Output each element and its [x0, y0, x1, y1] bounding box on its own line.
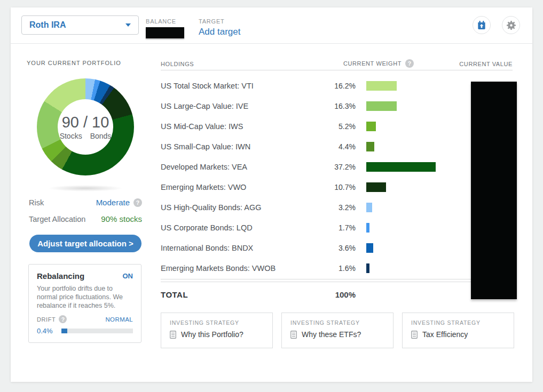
holding-weight-bar [366, 162, 436, 172]
drift-value: 0.4% [37, 327, 61, 335]
bonds-label: Bonds [90, 132, 112, 140]
holding-weight-bar [366, 101, 397, 111]
redacted-current-value-column [471, 82, 517, 299]
top-bar: Roth IRA BALANCE TARGET Add target [11, 7, 532, 44]
holding-weight: 37.2% [321, 163, 356, 171]
target-allocation-value: 90% stocks [101, 214, 142, 223]
risk-label: Risk [29, 198, 44, 207]
strategy-card-label: INVESTING STRATEGY [411, 319, 505, 326]
column-header-current-value: CURRENT VALUE [422, 61, 513, 67]
holding-weight-bar [366, 142, 374, 151]
holding-name: US Small-Cap Value: IWN [161, 142, 321, 151]
drift-status: NORMAL [105, 316, 133, 323]
account-selector[interactable]: Roth IRA [21, 15, 139, 35]
holding-weight-bar [366, 182, 386, 192]
app-background: { "header": { "account_selector": { "val… [0, 0, 543, 392]
balance-label: BALANCE [146, 18, 184, 25]
holding-weight: 16.2% [321, 82, 356, 90]
holding-weight: 4.4% [321, 142, 356, 151]
document-icon [170, 331, 176, 339]
holding-weight-bar [366, 263, 369, 273]
strategy-card[interactable]: INVESTING STRATEGYWhy this Portfolio? [161, 313, 273, 348]
holding-row: Developed Markets: VEA37.2% [161, 157, 513, 177]
holding-weight-bar [366, 81, 397, 91]
calendar-transfer-icon [476, 20, 487, 30]
column-header-holdings: HOLDINGS [161, 61, 194, 67]
holding-row: US Mid-Cap Value: IWS5.2% [161, 116, 513, 137]
holding-name: US Large-Cap Value: IVE [161, 102, 321, 110]
rebalancing-toggle[interactable]: ON [123, 272, 133, 280]
portfolio-dashboard-panel: Roth IRA BALANCE TARGET Add target [11, 7, 532, 382]
column-header-current-weight: CURRENT WEIGHT [343, 60, 402, 67]
holding-weight-bar [366, 122, 376, 131]
current-portfolio-title: YOUR CURRENT PORTFOLIO [27, 60, 121, 66]
adjust-target-allocation-button[interactable]: Adjust target allocation > [29, 235, 141, 252]
allocation-ratio: 90 / 10 [62, 114, 109, 131]
risk-help-icon[interactable]: ? [133, 198, 142, 207]
holding-weight-bar [366, 243, 373, 253]
add-target-link[interactable]: Add target [199, 27, 240, 37]
holding-weight: 3.2% [321, 203, 356, 212]
chevron-down-icon [125, 23, 131, 27]
holding-name: Developed Markets: VEA [161, 163, 321, 171]
holding-weight: 3.6% [321, 244, 356, 252]
holding-weight: 1.7% [321, 223, 356, 232]
document-icon [411, 331, 418, 339]
rebalancing-title: Rebalancing [37, 271, 84, 281]
account-selector-value: Roth IRA [29, 20, 66, 30]
holding-row: US Corporate Bonds: LQD1.7% [161, 218, 513, 238]
current-weight-help-icon[interactable]: ? [405, 59, 414, 68]
target-group: TARGET Add target [199, 18, 240, 37]
strategy-card[interactable]: INVESTING STRATEGYTax Efficiency [402, 313, 514, 348]
holding-name: Emerging Markets Bonds: VWOB [161, 264, 321, 273]
holding-row: Emerging Markets: VWO10.7% [161, 177, 513, 197]
total-row: TOTAL 100% [161, 287, 356, 302]
holding-row: US Small-Cap Value: IWN4.4% [161, 137, 513, 157]
rebalancing-description: Your portfolio drifts due to normal pric… [37, 284, 133, 310]
holding-name: US Mid-Cap Value: IWS [161, 122, 321, 131]
holding-row: US Large-Cap Value: IVE16.3% [161, 96, 513, 116]
document-icon [290, 331, 297, 339]
holding-weight-bar [366, 223, 369, 233]
drift-progress-fill [61, 329, 67, 333]
holding-name: US High-Quality Bonds: AGG [161, 203, 321, 212]
drift-help-icon[interactable]: ? [59, 315, 67, 323]
holding-row: US Total Stock Market: VTI16.2% [161, 76, 513, 96]
strategy-card[interactable]: INVESTING STRATEGYWhy these ETFs? [281, 313, 394, 348]
strategy-card-title: Why this Portfolio? [181, 330, 243, 339]
target-allocation-row: Target Allocation 90% stocks [29, 214, 142, 223]
total-divider [161, 279, 513, 282]
holding-name: Emerging Markets: VWO [161, 183, 321, 191]
holding-row: International Bonds: BNDX3.6% [161, 238, 513, 258]
redacted-balance-value [146, 27, 184, 38]
holding-name: US Total Stock Market: VTI [161, 82, 321, 90]
strategy-card-title: Tax Efficiency [422, 330, 468, 339]
risk-value: Moderate [96, 198, 130, 207]
balance-group: BALANCE [146, 18, 184, 38]
schedule-transfer-button[interactable] [473, 16, 491, 34]
holding-weight: 16.3% [321, 102, 356, 110]
table-header-divider [161, 70, 513, 70]
drift-label: DRIFT [37, 316, 56, 323]
settings-button[interactable] [502, 16, 520, 34]
stocks-label: Stocks [60, 132, 82, 140]
strategy-card-label: INVESTING STRATEGY [290, 319, 384, 326]
holding-weight: 10.7% [321, 183, 356, 191]
donut-shadow [48, 185, 123, 191]
strategy-card-title: Why these ETFs? [302, 330, 361, 339]
drift-progress-bar [61, 329, 133, 333]
donut-center: 90 / 10 Stocks Bonds [58, 99, 113, 155]
holding-row: US High-Quality Bonds: AGG3.2% [161, 197, 513, 218]
holding-weight: 1.6% [321, 264, 356, 273]
holdings-rows: US Total Stock Market: VTI16.2%US Large-… [161, 76, 513, 278]
holding-weight: 5.2% [321, 122, 356, 131]
holding-weight-bar [366, 203, 372, 212]
holding-name: US Corporate Bonds: LQD [161, 223, 321, 232]
allocation-donut-chart: 90 / 10 Stocks Bonds [37, 78, 134, 175]
rebalancing-card: Rebalancing ON Your portfolio drifts due… [28, 264, 141, 343]
target-label: TARGET [199, 18, 240, 25]
total-weight: 100% [335, 290, 356, 299]
target-allocation-label: Target Allocation [29, 215, 85, 223]
total-label: TOTAL [161, 290, 188, 299]
strategy-card-label: INVESTING STRATEGY [170, 319, 264, 326]
